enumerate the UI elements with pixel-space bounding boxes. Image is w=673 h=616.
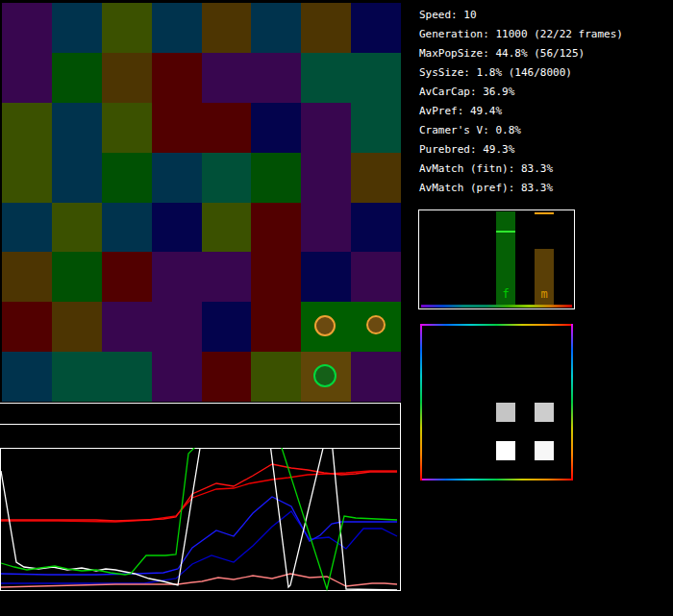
male-bar-label: m [535, 287, 554, 301]
stat-line: AvCarCap: 36.9% [419, 83, 623, 102]
grid-cell [52, 252, 102, 302]
agent-circle [314, 315, 336, 336]
world-grid-canvas [2, 3, 401, 402]
mating-square [535, 403, 554, 422]
series-blue-upper [1, 497, 397, 575]
grid-cell [2, 3, 52, 53]
grid-cell [202, 153, 252, 203]
grid-cell [251, 252, 301, 302]
stat-line: AvMatch (fitn): 83.3% [419, 160, 623, 179]
stat-line: Speed: 10 [419, 6, 623, 25]
grid-cell [251, 352, 301, 402]
grid-cell [2, 302, 52, 352]
grid-cell [351, 252, 401, 302]
grid-cell [152, 252, 202, 302]
mating-square [496, 403, 515, 422]
grid-cell [202, 3, 252, 53]
rainbow-border-left [420, 324, 422, 480]
grid-cell [102, 252, 152, 302]
grid-cell [2, 153, 52, 203]
grid-cell [152, 103, 202, 153]
stats-panel: Speed: 10Generation: 11000 (22/22 frames… [419, 6, 623, 198]
history-chart [0, 448, 401, 591]
grid-cell [202, 203, 252, 253]
grid-cell [251, 3, 301, 53]
series-pink [1, 574, 397, 587]
stat-line: Purebred: 49.3% [419, 140, 623, 160]
grid-cell [351, 352, 401, 402]
grid-cell [52, 3, 102, 53]
sex-ratio-panel: fm [418, 209, 575, 309]
grid-cell [152, 203, 202, 253]
grid-cell [301, 3, 351, 53]
mating-square [535, 441, 554, 460]
grid-cell [251, 103, 301, 153]
agent-circle [366, 315, 386, 334]
grid-cell [202, 252, 252, 302]
grid-cell [301, 252, 351, 302]
separator-line-upper [0, 403, 401, 404]
grid-cell [251, 153, 301, 203]
female-marker-line [496, 231, 515, 233]
spectrum-strip [421, 305, 572, 308]
separator-line-lower [0, 424, 401, 425]
grid-cell [2, 203, 52, 253]
grid-cell [102, 103, 152, 153]
grid-cell [351, 53, 401, 103]
grid-cell [251, 203, 301, 253]
stat-line: SysSize: 1.8% (146/8000) [419, 63, 623, 83]
grid-cell [202, 352, 252, 402]
rainbow-border-right [571, 324, 573, 480]
grid-cell [102, 352, 152, 402]
grid-cell [351, 103, 401, 153]
simulation-window: Speed: 10Generation: 11000 (22/22 frames… [0, 0, 673, 616]
separator-line-vertical [400, 403, 401, 448]
grid-cell [2, 252, 52, 302]
grid-cell [52, 352, 102, 402]
grid-cell [102, 3, 152, 53]
grid-cell [202, 103, 252, 153]
grid-cell [102, 302, 152, 352]
series-white [1, 448, 397, 590]
grid-cell [2, 53, 52, 103]
stat-line: AvMatch (pref): 83.3% [419, 179, 623, 198]
grid-cell [2, 103, 52, 153]
male-marker-line [535, 212, 554, 214]
grid-cell [152, 352, 202, 402]
rainbow-border-top [420, 324, 573, 326]
rainbow-border-bottom [420, 479, 573, 480]
stat-line: AvPref: 49.4% [419, 102, 623, 121]
grid-cell [152, 3, 202, 53]
grid-cell [351, 203, 401, 253]
grid-cell [251, 53, 301, 103]
grid-cell [251, 302, 301, 352]
grid-cell [301, 53, 351, 103]
grid-cell [301, 153, 351, 203]
grid-cell [301, 103, 351, 153]
stat-line: MaxPopSize: 44.8% (56/125) [419, 44, 623, 63]
grid-cell [202, 302, 252, 352]
grid-cell [152, 153, 202, 203]
grid-cell [52, 203, 102, 253]
agent-circle [313, 364, 336, 387]
grid-cell [52, 302, 102, 352]
series-green [1, 448, 397, 589]
female-bar-label: f [496, 287, 515, 301]
grid-cell [351, 3, 401, 53]
grid-cell [52, 53, 102, 103]
grid-cell [102, 53, 152, 103]
grid-cell [102, 153, 152, 203]
grid-cell [351, 153, 401, 203]
grid-cell [52, 153, 102, 203]
grid-cell [301, 203, 351, 253]
grid-cell [152, 302, 202, 352]
grid-cell [2, 352, 52, 402]
grid-cell [202, 53, 252, 103]
grid-cell [152, 53, 202, 103]
stat-line: Generation: 11000 (22/22 frames) [419, 25, 623, 44]
mating-square [496, 441, 515, 460]
grid-cell [102, 203, 152, 253]
stat-line: Cramer's V: 0.8% [419, 121, 623, 140]
grid-cell [52, 103, 102, 153]
mating-grid-panel [420, 324, 573, 480]
